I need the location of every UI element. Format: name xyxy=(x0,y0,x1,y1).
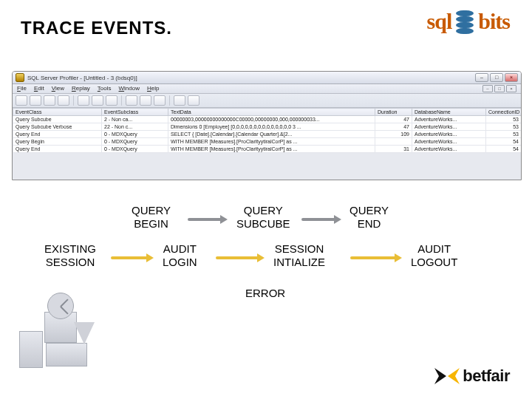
toolbar-button[interactable] xyxy=(154,95,166,106)
cell-eventclass: Query End xyxy=(13,146,102,153)
cell-database: AdventureWorks... xyxy=(412,116,486,123)
toolbar-button[interactable] xyxy=(44,95,55,106)
toolbar-button[interactable] xyxy=(188,95,200,106)
cell-eventclass: Query End xyxy=(13,131,102,138)
table-row[interactable]: Query End 0 - MDXQuery SELECT { [Date].[… xyxy=(13,131,522,138)
menu-edit[interactable]: Edit xyxy=(34,85,44,92)
cell-connid: 53 xyxy=(486,123,522,131)
node-audit-logout: AUDIT LOGOUT xyxy=(411,242,457,269)
cell-eventsubclass: 0 - MDXQuery xyxy=(102,131,168,138)
app-icon xyxy=(16,73,24,82)
close-button[interactable]: × xyxy=(505,73,518,82)
cell-database: AdventureWorks... xyxy=(412,123,486,131)
menu-replay[interactable]: Replay xyxy=(72,85,90,92)
svg-marker-1 xyxy=(448,368,460,384)
cell-eventclass: Query Begin xyxy=(13,138,102,146)
bits-text: bits xyxy=(478,9,510,34)
cell-textdata: Dimensions 0 [Employee] [0,0,0,0,0,0,0,0… xyxy=(168,123,375,131)
toolbar-separator xyxy=(169,95,170,106)
window-titlebar: SQL Server Profiler - [Untitled - 3 (bds… xyxy=(13,72,521,84)
cell-eventsubclass: 0 - MDXQuery xyxy=(102,146,168,153)
toolbar-button[interactable] xyxy=(30,95,41,106)
slide-title: TRACE EVENTS. xyxy=(21,18,172,38)
col-databasename[interactable]: DatabaseName xyxy=(412,109,486,116)
cell-eventsubclass: 0 - MDXQuery xyxy=(102,138,168,146)
toolbar-button[interactable] xyxy=(174,95,185,106)
arrow-icon xyxy=(300,216,341,223)
cell-textdata: 00000003,00000000000000C00000,00000000,0… xyxy=(168,116,375,123)
cell-connid: 53 xyxy=(486,131,522,138)
cell-duration: 109 xyxy=(375,131,412,138)
cell-eventsubclass: 22 - Non c... xyxy=(102,123,168,131)
col-eventsubclass[interactable]: EventSubclass xyxy=(102,109,168,116)
cell-connid: 53 xyxy=(486,116,522,123)
node-error: ERROR xyxy=(245,287,285,300)
cell-duration xyxy=(375,138,412,146)
factory-icon xyxy=(16,290,98,371)
toolbar-separator xyxy=(73,95,74,106)
table-row[interactable]: Query End 0 - MDXQuery WITH MEMBER [Meas… xyxy=(13,146,522,153)
menu-file[interactable]: File xyxy=(17,85,27,92)
cell-connid: 54 xyxy=(486,146,522,153)
node-query-begin: QUERY BEGIN xyxy=(132,204,171,231)
betfair-arrows-icon xyxy=(434,368,460,384)
cell-eventclass: Query Subcube xyxy=(13,116,102,123)
sql-bits-logo: sql bits xyxy=(427,9,510,34)
col-eventclass[interactable]: EventClass xyxy=(13,109,102,116)
maximize-button[interactable]: □ xyxy=(490,73,503,82)
minimize-button[interactable]: – xyxy=(475,73,488,82)
menu-view[interactable]: View xyxy=(52,85,64,92)
profiler-window: SQL Server Profiler - [Untitled - 3 (bds… xyxy=(12,71,522,180)
menu-bar: File Edit View Replay Tools Window Help … xyxy=(13,84,521,94)
toolbar-separator xyxy=(121,95,122,106)
node-query-end: QUERY END xyxy=(349,204,389,231)
arrow-icon xyxy=(186,216,228,223)
arrow-icon xyxy=(214,254,265,262)
menu-help[interactable]: Help xyxy=(147,85,159,92)
event-table: EventClass EventSubclass TextData Durati… xyxy=(13,108,522,153)
cell-database: AdventureWorks... xyxy=(412,146,486,153)
cell-duration: 47 xyxy=(375,123,412,131)
svg-marker-0 xyxy=(434,368,446,384)
col-duration[interactable]: Duration xyxy=(375,109,412,116)
cell-eventclass: Query Subcube Verbose xyxy=(13,123,102,131)
menu-tools[interactable]: Tools xyxy=(98,85,112,92)
table-row[interactable]: Query Subcube Verbose 22 - Non c... Dime… xyxy=(13,123,522,131)
mdi-close-button[interactable]: × xyxy=(506,85,516,92)
arrow-icon xyxy=(109,254,154,262)
col-textdata[interactable]: TextData xyxy=(168,109,375,116)
toolbar-play-button[interactable] xyxy=(78,95,89,106)
cell-connid: 54 xyxy=(486,138,522,146)
table-row[interactable]: Query Begin 0 - MDXQuery WITH MEMBER [Me… xyxy=(13,138,522,146)
node-audit-login: AUDIT LOGIN xyxy=(163,242,197,269)
toolbar-stop-button[interactable] xyxy=(106,95,117,106)
table-header-row: EventClass EventSubclass TextData Durati… xyxy=(13,109,522,116)
node-existing-session: EXISTING SESSION xyxy=(44,242,96,269)
sql-text: sql xyxy=(427,9,452,34)
menu-window[interactable]: Window xyxy=(119,85,140,92)
betfair-logo: betfair xyxy=(434,366,510,386)
database-icon xyxy=(454,9,475,34)
cell-textdata: SELECT { [Date].[Calendar].[Calendar Qua… xyxy=(168,131,375,138)
cell-textdata: WITH MEMBER [Measures].[ProClarityytiral… xyxy=(168,146,375,153)
toolbar-button[interactable] xyxy=(140,95,151,106)
toolbar-button[interactable] xyxy=(58,95,69,106)
mdi-restore-button[interactable]: □ xyxy=(494,85,505,92)
mdi-minimize-button[interactable]: – xyxy=(482,85,493,92)
node-query-subcube: QUERY SUBCUBE xyxy=(236,204,290,231)
betfair-word: betfair xyxy=(463,366,510,386)
toolbar-button[interactable] xyxy=(16,95,27,106)
col-connectionid[interactable]: ConnectionID xyxy=(486,109,522,116)
cell-duration: 31 xyxy=(375,146,412,153)
cell-eventsubclass: 2 - Non ca... xyxy=(102,116,168,123)
toolbar-button[interactable] xyxy=(126,95,137,106)
node-session-initialize: SESSION INTIALIZE xyxy=(273,242,325,269)
cell-database: AdventureWorks... xyxy=(412,138,486,146)
window-title-text: SQL Server Profiler - [Untitled - 3 (bds… xyxy=(27,75,475,81)
cell-textdata: WITH MEMBER [Measures].[ProClarityytiral… xyxy=(168,138,375,146)
toolbar-pause-button[interactable] xyxy=(92,95,103,106)
toolbar xyxy=(13,94,521,108)
cell-duration: 47 xyxy=(375,116,412,123)
table-row[interactable]: Query Subcube 2 - Non ca... 00000003,000… xyxy=(13,116,522,123)
arrow-icon xyxy=(349,254,402,262)
